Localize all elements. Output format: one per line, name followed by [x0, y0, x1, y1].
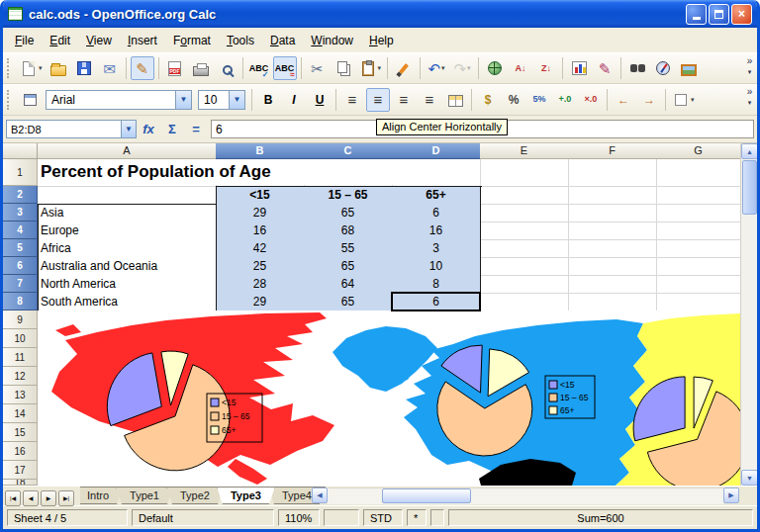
increase-indent-button[interactable]: → [637, 88, 661, 112]
cell-g4[interactable] [656, 222, 741, 240]
cell-c8[interactable]: 65 [304, 293, 393, 311]
cut-button[interactable]: ✂ [306, 56, 330, 80]
first-sheet-button[interactable]: |◀ [5, 490, 21, 506]
horizontal-scroll-track[interactable] [328, 488, 723, 504]
cell-g5[interactable] [656, 239, 741, 258]
row-header-4[interactable]: 4 [3, 222, 38, 239]
font-size-combo[interactable]: 10▼ [198, 90, 245, 110]
cell-g2[interactable] [656, 186, 741, 205]
sheet-tab-intro[interactable]: Intro [80, 487, 123, 504]
vertical-scroll-thumb[interactable] [742, 160, 757, 215]
cell-b8[interactable]: 29 [216, 293, 305, 311]
cell-g6[interactable] [656, 257, 741, 276]
scroll-up-icon[interactable]: ▲ [741, 143, 757, 159]
row-header-13[interactable]: 13 [3, 386, 38, 404]
align-center-button[interactable]: ≡ [366, 88, 390, 112]
align-left-button[interactable]: ≡ [340, 88, 364, 112]
cell-a8[interactable]: South America [38, 293, 217, 311]
styles-button[interactable] [18, 88, 42, 112]
cell-f3[interactable] [568, 204, 657, 222]
menu-format[interactable]: Format [165, 30, 219, 51]
cell-a7[interactable]: North America [38, 275, 217, 294]
redo-button[interactable]: ↷▾ [450, 56, 474, 80]
cell-c3[interactable]: 65 [304, 204, 393, 222]
new-document-button[interactable]: ▾ [18, 56, 45, 80]
cell-a2[interactable] [38, 186, 217, 205]
cell-a6[interactable]: Australia and Oceania [38, 257, 217, 276]
row-header-11[interactable]: 11 [3, 348, 38, 367]
email-document-button[interactable]: ✉ [98, 56, 122, 80]
scroll-left-icon[interactable]: ◀ [312, 488, 328, 503]
select-all-corner[interactable] [3, 143, 38, 159]
underline-button[interactable]: U [308, 88, 332, 112]
row-header-3[interactable]: 3 [3, 204, 38, 222]
vertical-scrollbar[interactable]: ▲ ▼ [740, 143, 757, 486]
cell-c2[interactable]: 15 – 65 [304, 186, 393, 205]
font-name-combo-dropdown-icon[interactable]: ▼ [175, 91, 191, 109]
delete-decimal-button[interactable]: ×.0 [579, 88, 603, 112]
redo-dropdown-icon[interactable]: ▾ [467, 64, 471, 72]
font-name-combo[interactable]: Arial▼ [46, 90, 192, 110]
last-sheet-button[interactable]: ▶| [58, 490, 74, 506]
cell-g7[interactable] [656, 275, 741, 294]
cell-e7[interactable] [480, 275, 569, 294]
menu-view[interactable]: View [78, 30, 120, 51]
row-header-14[interactable]: 14 [3, 404, 38, 423]
name-box[interactable]: B2:D8 ▼ [6, 120, 137, 138]
gallery-button[interactable] [677, 56, 701, 80]
row-header-9[interactable]: 9 [3, 310, 38, 329]
new-document-dropdown-icon[interactable]: ▾ [39, 64, 43, 72]
cell-f6[interactable] [568, 257, 657, 276]
cell-d5[interactable]: 3 [392, 239, 481, 258]
find-replace-button[interactable] [625, 56, 649, 80]
cell-e4[interactable] [480, 222, 569, 240]
sort-descending-button[interactable]: Z↓ [534, 56, 558, 80]
cell-e5[interactable] [480, 239, 569, 258]
column-header-b[interactable]: B [216, 143, 305, 159]
population-map-chart[interactable]: <1515 – 6565+<1515 – 6565+ [38, 310, 740, 486]
navigator-button[interactable] [651, 56, 675, 80]
format-paintbrush-button[interactable] [392, 56, 416, 80]
cell-c7[interactable]: 64 [304, 275, 393, 294]
close-button[interactable]: × [731, 4, 752, 25]
cell-d2[interactable]: 65+ [392, 186, 481, 205]
merge-cells-button[interactable] [443, 88, 467, 112]
title-bar[interactable]: calc.ods - OpenOffice.org Calc × [3, 0, 757, 28]
cell-f7[interactable] [568, 275, 657, 294]
print-button[interactable] [189, 56, 213, 80]
maximize-button[interactable] [709, 4, 729, 25]
row-header-2[interactable]: 2 [3, 186, 38, 204]
toolbar-grip[interactable] [7, 58, 13, 78]
show-draw-functions-button[interactable]: ✎ [593, 56, 617, 80]
cell-e2[interactable] [480, 186, 569, 205]
export-pdf-button[interactable] [163, 56, 187, 80]
align-right-button[interactable]: ≡ [392, 88, 416, 112]
menu-tools[interactable]: Tools [219, 30, 262, 51]
menu-data[interactable]: Data [262, 30, 303, 51]
add-decimal-button[interactable]: +.0 [553, 88, 577, 112]
cell-g3[interactable] [656, 204, 741, 222]
row-header-8[interactable]: 8 [3, 293, 38, 310]
scroll-down-icon[interactable]: ▼ [741, 470, 757, 486]
row-header-16[interactable]: 16 [3, 442, 38, 461]
horizontal-scroll-thumb[interactable] [382, 488, 471, 503]
sheet-tab-type2[interactable]: Type2 [166, 487, 224, 504]
toolbar-overflow-button[interactable]: »▾ [743, 56, 756, 76]
cell-d3[interactable]: 6 [392, 204, 481, 222]
cell-d6[interactable]: 10 [392, 257, 481, 276]
cell-f4[interactable] [568, 222, 657, 240]
sum-button[interactable]: Σ [160, 122, 184, 136]
row-header-7[interactable]: 7 [3, 275, 38, 293]
next-sheet-button[interactable]: ▶ [41, 490, 56, 506]
column-header-f[interactable]: F [568, 143, 657, 159]
column-header-e[interactable]: E [480, 143, 569, 159]
sheet-tab-type3[interactable]: Type3 [217, 487, 275, 504]
cell-f8[interactable] [568, 293, 657, 311]
sort-ascending-button[interactable]: A↓ [509, 56, 532, 80]
autospellcheck-button[interactable]: ABC≈ [273, 56, 297, 80]
insert-chart-button[interactable] [567, 56, 591, 80]
previous-sheet-button[interactable]: ◀ [23, 490, 39, 506]
row-header-5[interactable]: 5 [3, 239, 38, 257]
menu-help[interactable]: Help [361, 30, 402, 51]
cell-c4[interactable]: 68 [304, 222, 393, 240]
